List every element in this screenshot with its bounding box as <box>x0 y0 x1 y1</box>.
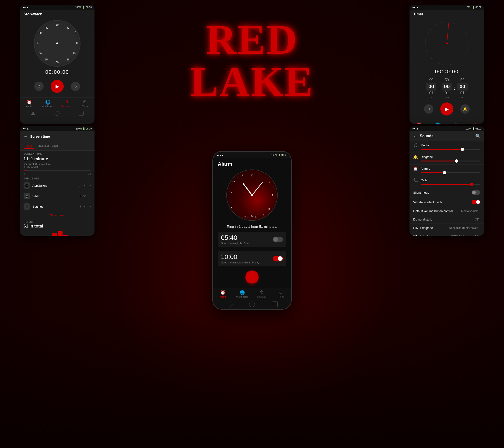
timer-nav-timer[interactable]: ⏲ Timer <box>466 120 484 124</box>
phone-home-btn[interactable] <box>249 302 255 307</box>
ringtone-fill <box>421 161 457 161</box>
phone-status-left: ●●● ▲ <box>217 154 224 156</box>
timer-secs-down[interactable]: 01 <box>460 91 465 95</box>
timer-reset-btn[interactable]: ↺ <box>424 104 433 114</box>
timer-hours-up[interactable]: 99 <box>427 78 436 82</box>
alarms-thumb[interactable] <box>443 171 446 174</box>
svg-text:2: 2 <box>272 194 273 197</box>
phone-nav-world-clock[interactable]: 🌐 World clock <box>233 288 252 300</box>
bar-5 <box>52 233 57 236</box>
home-sys-btn[interactable] <box>55 111 59 116</box>
svg-point-35 <box>446 42 448 44</box>
timer-panel: ●● ▲ 100% 🔋 08:02 Timer 00:00:00 99 00 0… <box>410 5 484 124</box>
silent-mode-toggle[interactable] <box>471 190 480 195</box>
calls-slider[interactable] <box>421 184 480 185</box>
svg-text:10: 10 <box>73 31 76 34</box>
add-alarm-btn[interactable]: + <box>246 270 258 284</box>
phone-timer-icon: ⏲ <box>279 290 283 295</box>
timer-nav-alarm[interactable]: ⏰ Alarm <box>410 120 428 124</box>
dnd-label: Do not disturb <box>413 218 475 221</box>
stopwatch-lap-btn[interactable]: ↺ <box>34 82 44 91</box>
timer-bottom-nav: ⏰ Alarm 🌐 World clock ⏱ Stopwatch ⏲ Time… <box>410 120 484 124</box>
media-slider[interactable] <box>421 149 480 150</box>
tab-seven-days[interactable]: Last seven days <box>36 143 59 149</box>
sound-alarms-section: ⏰ Alarms <box>410 164 484 176</box>
timer-colon-1: : <box>438 85 440 92</box>
phone-nav-stopwatch[interactable]: ⏱ Stopwatch <box>252 288 271 300</box>
recent-sys-btn[interactable] <box>79 111 84 116</box>
timer-controls: ↺ ▶ 🔔 <box>424 100 470 118</box>
app-item-settings[interactable]: ⚙ Settings 6 min › <box>24 201 91 212</box>
timer-play-btn[interactable]: ▶ <box>440 102 453 115</box>
app-item-viber[interactable]: 📱 Viber 9 min › <box>24 191 91 201</box>
timer-hours-down[interactable]: 01 <box>429 91 433 95</box>
sim1-ringtone-row[interactable]: SIM 1 ringtone Despacito (metal cover) › <box>410 224 484 232</box>
ringtone-thumb[interactable] <box>455 159 458 163</box>
phone-nav-alarm[interactable]: ⏰ Alarm <box>213 288 233 300</box>
svg-text:-9: -9 <box>230 190 232 193</box>
nav-stopwatch[interactable]: ⏱ Stopwatch <box>57 98 76 110</box>
ringtone-slider[interactable] <box>421 161 480 161</box>
nav-world-clock-label: World clock <box>42 105 54 108</box>
phone-nav-timer[interactable]: ⏲ Timer <box>271 288 291 300</box>
alarm-toggle-1[interactable] <box>273 237 283 242</box>
app-time-settings: 6 min <box>80 205 86 208</box>
alarm-toggle-2[interactable] <box>273 256 283 261</box>
svg-line-34 <box>447 23 449 43</box>
stopwatch-time: 00:00.00 <box>45 69 69 75</box>
timer-mins-up[interactable]: 59 <box>442 78 451 82</box>
sim2-ringtone-row[interactable]: SIM 2 ringtone ACDC-Highway to Hell › <box>410 232 484 236</box>
timer-secs-val[interactable]: 00 <box>457 83 468 90</box>
stopwatch-clock-face: 60 5 10 15 20 25 30 35 40 45 50 55 <box>34 20 80 67</box>
progress-max: 24 <box>88 172 91 175</box>
timer-nav-world-clock[interactable]: 🌐 World clock <box>428 120 447 124</box>
timer-mins-down[interactable]: 01 <box>445 91 449 95</box>
svg-line-31 <box>252 182 262 195</box>
app-icon-appgallery: 🖼 <box>24 182 30 189</box>
center-phone: ●●● ▲ 100% 🔋 08:00 Alarm 12 1 2 3 4 5 6 … <box>212 151 292 310</box>
timer-mins-val[interactable]: 00 <box>442 83 452 90</box>
app-item-appgallery[interactable]: 🖼 AppGallery 14 min › <box>24 180 91 191</box>
vol-button-row[interactable]: Default volume button control Media volu… <box>410 207 484 215</box>
back-button[interactable]: ← <box>24 134 28 139</box>
nav-world-clock[interactable]: 🌐 World clock <box>38 98 57 110</box>
nav-timer-label: Timer <box>82 105 88 108</box>
timer-secs-up[interactable]: 59 <box>458 78 467 82</box>
stopwatch-panel: ●● ▲ 100% 🔋 08:00 Stopwatch 60 5 10 15 2… <box>20 5 94 124</box>
stopwatch-flag-btn[interactable]: ⏱ <box>71 82 80 91</box>
calls-fill <box>421 184 471 185</box>
media-thumb[interactable] <box>461 148 464 151</box>
sound-calls-row: 📞 Calls <box>413 178 480 182</box>
sounds-header: ← Sounds 🔍 <box>410 131 484 141</box>
tab-today[interactable]: Today <box>24 143 34 149</box>
vol-button-value: Media volume <box>461 210 479 213</box>
alarms-fill <box>421 172 445 173</box>
vibrate-silent-toggle[interactable] <box>471 200 480 204</box>
app-name-viber: Viber <box>33 194 77 198</box>
nav-alarm[interactable]: ⏰ Alarm <box>20 98 38 110</box>
app-name-settings: Settings <box>33 205 77 208</box>
phone-shell: ●●● ▲ 100% 🔋 08:00 Alarm 12 1 2 3 4 5 6 … <box>212 151 292 310</box>
stopwatch-play-btn[interactable]: ▶ <box>51 80 64 93</box>
timer-alarm-icon: ⏰ <box>416 122 421 124</box>
dnd-row[interactable]: Do not disturb Off › <box>410 215 484 224</box>
timer-bell-btn[interactable]: 🔔 <box>460 104 470 114</box>
timer-hours-col: 99 00 01 h <box>426 78 436 99</box>
timer-nav-stopwatch[interactable]: ⏱ Stopwatch <box>447 120 466 124</box>
sim1-ringtone-label: SIM 1 ringtone <box>413 226 449 230</box>
timer-hours-val[interactable]: 00 <box>426 83 436 90</box>
alarms-slider[interactable] <box>421 172 480 173</box>
timer-title: Timer <box>410 10 484 18</box>
sounds-back-btn[interactable]: ← <box>413 134 417 139</box>
phone-recent-btn[interactable] <box>272 302 278 307</box>
stopwatch-title: Stopwatch <box>20 10 94 18</box>
phone-notch-bar: ●●● ▲ 100% 🔋 08:00 <box>213 152 291 158</box>
phone-back-btn[interactable] <box>225 300 233 308</box>
sounds-search-icon[interactable]: 🔍 <box>475 133 480 139</box>
show-more-btn[interactable]: Show more <box>20 212 94 219</box>
nav-timer[interactable]: ⏲ Timer <box>76 98 94 110</box>
back-sys-btn[interactable] <box>31 111 36 115</box>
alarm-title: Alarm <box>213 158 291 168</box>
timer-face <box>424 20 470 67</box>
calls-thumb[interactable] <box>470 183 473 186</box>
